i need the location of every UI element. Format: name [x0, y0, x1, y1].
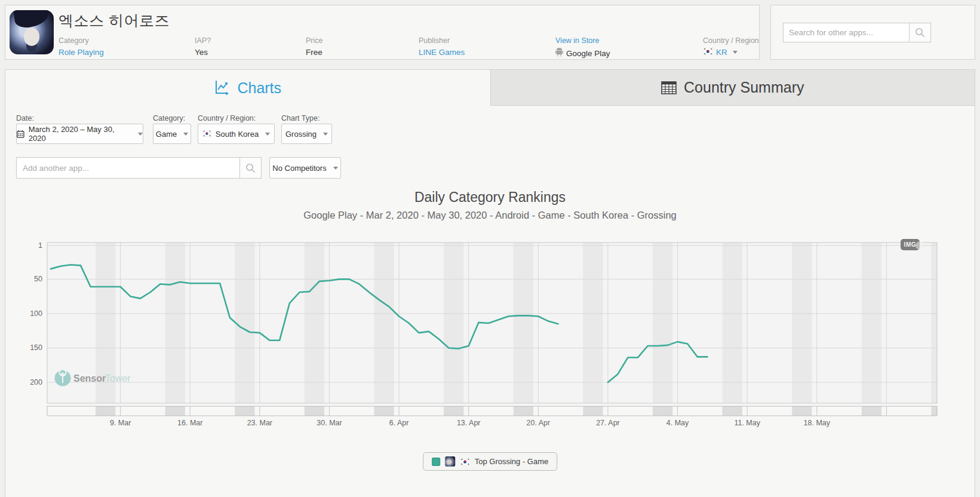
publisher-label: Publisher [419, 36, 465, 45]
charttype-dropdown[interactable]: Grossing [281, 124, 332, 144]
svg-text:11. May: 11. May [734, 419, 760, 427]
kr-flag-icon [460, 456, 470, 467]
svg-text:Tower: Tower [105, 373, 131, 384]
field-view-in-store: View in Store Google Play [555, 36, 610, 59]
charttype-value: Grossing [285, 130, 317, 139]
svg-text:30. Mar: 30. Mar [317, 419, 342, 427]
date-range-value: March 2, 2020 – May 30, 2020 [29, 125, 131, 143]
chevron-down-icon [138, 133, 143, 136]
svg-text:150: 150 [30, 343, 42, 352]
tab-charts-label: Charts [237, 79, 281, 97]
price-value: Free [306, 48, 322, 57]
charttype-filter-label: Chart Type: [281, 114, 320, 122]
field-category: Category Role Playing [59, 36, 104, 57]
chevron-down-icon [323, 133, 328, 136]
search-icon [245, 163, 256, 173]
chevron-down-icon [265, 133, 270, 136]
svg-text:1: 1 [38, 241, 42, 250]
date-filter-label: Date: [16, 114, 34, 122]
calendar-icon [17, 130, 24, 138]
table-icon [661, 81, 677, 94]
main-content-panel: Charts Country Summary Date: Category: C… [5, 69, 975, 497]
search-panel [770, 5, 975, 60]
chevron-down-icon [333, 167, 338, 170]
chart-legend[interactable]: Top Grossing - Game [423, 452, 558, 471]
publisher-link[interactable]: LINE Games [419, 48, 465, 57]
category-value: Game [156, 130, 177, 139]
rankings-chart-svg: 1501001502009. Mar16. Mar23. Mar30. Mar6… [23, 232, 946, 431]
search-input[interactable] [783, 23, 910, 42]
svg-text:20. Apr: 20. Apr [527, 419, 551, 427]
app-title: 엑소스 히어로즈 [59, 11, 170, 30]
svg-text:16. Mar: 16. Mar [177, 419, 202, 427]
svg-text:50: 50 [34, 275, 42, 283]
chart-title: Daily Category Rankings [5, 189, 975, 205]
series-color-swatch [432, 458, 440, 466]
chevron-down-icon [183, 133, 188, 136]
android-icon [555, 48, 563, 59]
svg-text:6. Apr: 6. Apr [389, 419, 409, 427]
competitors-dropdown[interactable]: No Competitors [269, 157, 341, 179]
country-value: South Korea [216, 130, 259, 139]
field-publisher: Publisher LINE Games [419, 36, 465, 57]
app-header-panel: 엑소스 히어로즈 Category Role Playing IAP? Yes … [5, 5, 760, 60]
y-axis-labels: 150100150200 [30, 241, 42, 386]
kr-flag-icon [202, 130, 211, 139]
price-label: Price [306, 36, 322, 45]
field-price: Price Free [306, 36, 322, 57]
category-dropdown[interactable]: Game [153, 124, 191, 144]
country-region-label: Country / Region [703, 36, 759, 45]
img-watermark-badge: IMG [901, 239, 920, 250]
tab-charts[interactable]: Charts [5, 70, 490, 106]
search-button[interactable] [910, 23, 931, 42]
chart-subtitle: Google Play - Mar 2, 2020 - May 30, 2020… [5, 210, 975, 221]
svg-text:18. May: 18. May [804, 419, 831, 427]
add-app-input[interactable] [16, 157, 240, 179]
country-filter-label: Country / Region: [198, 114, 256, 122]
x-axis-labels: 9. Mar16. Mar23. Mar30. Mar6. Apr13. Apr… [110, 419, 831, 427]
legend-app-icon [445, 456, 455, 467]
tab-bar: Charts Country Summary [5, 70, 975, 106]
kr-flag-icon [703, 48, 713, 57]
country-dropdown[interactable]: South Korea [198, 124, 275, 144]
iap-label: IAP? [195, 36, 211, 45]
svg-text:23. Mar: 23. Mar [247, 419, 272, 427]
svg-text:4. May: 4. May [666, 419, 689, 427]
svg-text:9. Mar: 9. Mar [110, 419, 131, 427]
chevron-down-icon [733, 51, 738, 54]
svg-text:13. Apr: 13. Apr [457, 419, 481, 427]
country-code-value: KR [716, 48, 727, 57]
search-icon [915, 27, 925, 38]
store-value: Google Play [566, 49, 610, 58]
line-chart-icon [214, 80, 230, 96]
view-in-store-link[interactable]: View in Store [555, 36, 599, 45]
category-label: Category [59, 36, 104, 45]
svg-text:100: 100 [30, 309, 42, 318]
tab-country-summary-label: Country Summary [684, 79, 804, 96]
country-region-selector[interactable]: KR [703, 48, 759, 57]
add-app-search-button[interactable] [240, 157, 262, 179]
field-iap: IAP? Yes [195, 36, 211, 57]
competitors-value: No Competitors [272, 164, 326, 173]
svg-text:Sensor: Sensor [73, 373, 106, 384]
svg-text:200: 200 [30, 378, 42, 386]
svg-text:27. Apr: 27. Apr [596, 419, 620, 427]
iap-value: Yes [195, 48, 211, 57]
category-filter-label: Category: [153, 114, 185, 122]
rankings-chart: 1501001502009. Mar16. Mar23. Mar30. Mar6… [23, 232, 946, 433]
legend-series-label: Top Grossing - Game [475, 457, 549, 466]
date-range-dropdown[interactable]: March 2, 2020 – May 30, 2020 [16, 124, 143, 144]
app-icon [10, 10, 54, 54]
category-link[interactable]: Role Playing [59, 48, 104, 57]
tab-country-summary[interactable]: Country Summary [490, 70, 975, 106]
field-country-region: Country / Region KR [703, 36, 759, 57]
